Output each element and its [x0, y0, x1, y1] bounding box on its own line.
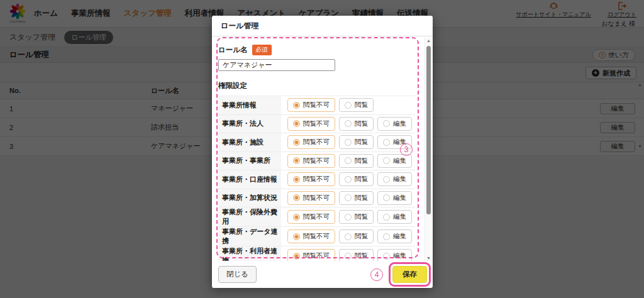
permission-row: 事業所・法人閲覧不可閲覧編集 [218, 115, 415, 134]
annotation-step-4: 4 [370, 268, 383, 281]
radio-option-label: 閲覧 [355, 119, 368, 128]
radio-option[interactable]: 閲覧 [339, 172, 374, 186]
radio-option[interactable]: 閲覧 [339, 117, 374, 131]
permission-row: 事業所・事業所閲覧不可閲覧編集 [218, 152, 415, 171]
radio-icon [383, 253, 390, 260]
permission-label: 事業所・利用者連携 [218, 246, 281, 261]
permission-label: 事業所・データ連携 [218, 227, 281, 246]
radio-option-label: 閲覧不可 [303, 232, 330, 241]
permission-row: 事業所・利用者連携閲覧不可閲覧編集 [218, 246, 415, 261]
permissions-table: 事業所情報閲覧不可閲覧事業所・法人閲覧不可閲覧編集事業所・施設閲覧不可閲覧編集事… [218, 96, 415, 261]
radio-option-label: 閲覧 [355, 138, 368, 146]
radio-option[interactable]: 編集 [377, 172, 412, 186]
role-name-label: ロール名 [218, 45, 248, 55]
radio-option[interactable]: 閲覧不可 [287, 249, 335, 261]
radio-option[interactable]: 閲覧 [339, 154, 374, 168]
permission-options: 閲覧不可閲覧編集 [281, 152, 415, 170]
radio-icon [293, 139, 300, 146]
radio-option-label: 閲覧不可 [303, 157, 330, 165]
radio-icon [383, 120, 390, 127]
radio-option[interactable]: 閲覧 [339, 249, 374, 261]
radio-icon [383, 139, 390, 146]
modal-footer: 閉じる 4 保存 [212, 261, 433, 288]
radio-option[interactable]: 閲覧不可 [287, 154, 335, 168]
radio-option-label: 編集 [393, 212, 406, 221]
radio-option[interactable]: 閲覧不可 [287, 210, 335, 224]
radio-option-label: 閲覧 [355, 232, 368, 241]
radio-option-label: 閲覧不可 [303, 175, 330, 184]
radio-option-label: 閲覧不可 [303, 194, 330, 202]
permission-row: 事業所・保険外費用閲覧不可閲覧編集 [218, 207, 415, 227]
radio-icon [293, 233, 300, 240]
permission-options: 閲覧不可閲覧編集 [281, 227, 415, 246]
radio-icon [293, 194, 300, 201]
radio-icon [345, 157, 352, 164]
scrollbar-thumb[interactable] [426, 46, 431, 214]
radio-icon [345, 194, 352, 201]
permission-row: 事業所・データ連携閲覧不可閲覧編集 [218, 227, 415, 246]
role-name-input[interactable] [218, 59, 335, 71]
permission-label: 事業所・加算状況 [218, 189, 281, 207]
annotation-save-highlight: 保存 [389, 262, 431, 287]
permission-label: 事業所・保険外費用 [218, 207, 281, 226]
radio-option[interactable]: 編集 [377, 154, 412, 168]
permission-options: 閲覧不可閲覧 [281, 96, 415, 114]
permission-options: 閲覧不可閲覧編集 [281, 246, 415, 261]
radio-option[interactable]: 閲覧不可 [287, 172, 335, 186]
permission-options: 閲覧不可閲覧編集 [281, 170, 415, 189]
modal-title: ロール管理 [212, 16, 433, 36]
radio-option-label: 編集 [393, 119, 406, 128]
radio-option[interactable]: 編集 [377, 249, 412, 261]
radio-option[interactable]: 編集 [377, 117, 412, 131]
radio-option[interactable]: 閲覧 [339, 191, 374, 205]
radio-option[interactable]: 閲覧 [339, 229, 374, 243]
radio-option[interactable]: 閲覧不可 [287, 191, 335, 205]
save-button[interactable]: 保存 [392, 266, 427, 283]
radio-icon [293, 157, 300, 164]
radio-icon [293, 253, 300, 260]
radio-option-label: 閲覧不可 [303, 138, 330, 146]
radio-option-label: 閲覧 [355, 251, 368, 260]
radio-option[interactable]: 閲覧 [339, 135, 374, 149]
permission-options: 閲覧不可閲覧編集 [281, 207, 415, 226]
scroll-down-icon[interactable]: ▼ [425, 256, 432, 260]
radio-option[interactable]: 閲覧 [339, 210, 374, 224]
radio-icon [345, 102, 352, 109]
radio-option-label: 編集 [393, 232, 406, 241]
radio-icon [345, 139, 352, 146]
permission-label: 事業所・事業所 [218, 152, 281, 170]
radio-icon [383, 214, 390, 221]
permission-options: 閲覧不可閲覧編集 [281, 189, 415, 207]
close-button[interactable]: 閉じる [218, 266, 257, 283]
permission-row: 事業所・口座情報閲覧不可閲覧編集 [218, 170, 415, 189]
permission-options: 閲覧不可閲覧編集 [281, 133, 415, 152]
radio-icon [383, 233, 390, 240]
radio-option-label: 閲覧 [355, 212, 368, 221]
radio-option-label: 編集 [393, 157, 406, 165]
permission-label: 事業所情報 [218, 96, 281, 114]
permission-row: 事業所・施設閲覧不可閲覧編集 [218, 133, 415, 152]
permission-row: 事業所情報閲覧不可閲覧 [218, 96, 415, 115]
radio-option-label: 閲覧不可 [303, 251, 330, 260]
radio-option[interactable]: 閲覧不可 [287, 117, 335, 131]
permission-label: 事業所・口座情報 [218, 170, 281, 189]
radio-option-label: 編集 [393, 194, 406, 202]
scroll-up-icon[interactable]: ▲ [425, 38, 432, 43]
modal-scrollbar[interactable]: ▲ ▼ [425, 38, 431, 261]
radio-option-label: 閲覧不可 [303, 101, 330, 109]
role-management-modal: ロール管理 ロール名 必須 権限設定 事業所情報閲覧不可閲覧事業所・法人閲覧不可… [212, 16, 433, 288]
radio-option[interactable]: 編集 [377, 191, 412, 205]
radio-option-label: 閲覧不可 [303, 119, 330, 128]
permissions-heading: 権限設定 [218, 81, 419, 91]
radio-option[interactable]: 閲覧 [339, 98, 374, 112]
radio-option[interactable]: 編集 [377, 229, 412, 243]
radio-option[interactable]: 閲覧不可 [287, 98, 335, 112]
radio-option[interactable]: 閲覧不可 [287, 229, 335, 243]
radio-icon [383, 176, 390, 183]
radio-option[interactable]: 編集 [377, 210, 412, 224]
radio-icon [293, 176, 300, 183]
radio-option-label: 閲覧 [355, 101, 368, 109]
radio-option-label: 編集 [393, 175, 406, 184]
radio-option-label: 閲覧不可 [303, 212, 330, 221]
radio-option[interactable]: 閲覧不可 [287, 135, 335, 149]
